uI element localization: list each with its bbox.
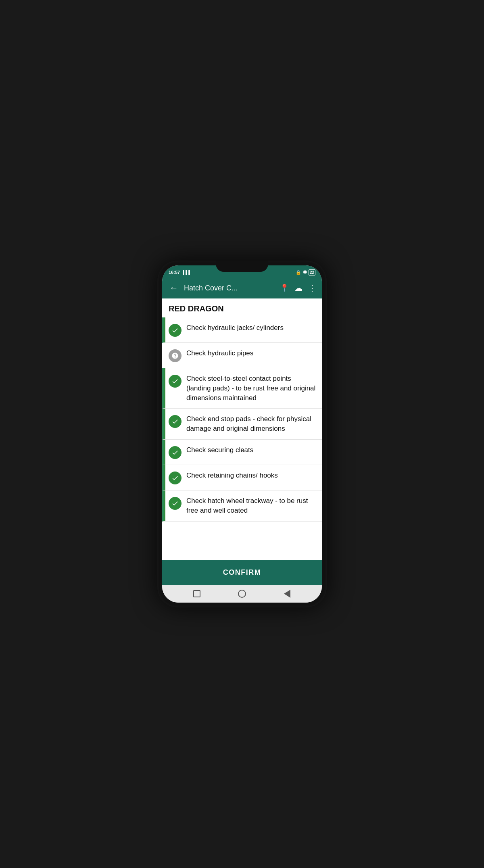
green-bar-7: [164, 490, 165, 521]
bottom-nav: [162, 585, 322, 603]
section-title: RED DRAGON: [162, 298, 322, 317]
more-options-icon[interactable]: ⋮: [308, 283, 316, 293]
battery-icon: 22: [309, 269, 315, 275]
green-bar-1: [164, 317, 165, 342]
checkmark-svg-5: [171, 449, 179, 456]
item-text-3: Check steel-to-steel contact points (lan…: [186, 374, 317, 403]
checkmark-svg-3: [171, 378, 179, 385]
header-title: Hatch Cover C...: [184, 284, 276, 292]
header-icons: 📍 ☁ ⋮: [280, 283, 316, 293]
cloud-icon[interactable]: ☁: [294, 283, 302, 293]
checklist-item-1[interactable]: Check hydraulic jacks/ cylinders: [162, 317, 322, 343]
checkmark-svg-7: [171, 500, 179, 507]
green-bar-5: [164, 440, 165, 465]
checklist-item-3[interactable]: Check steel-to-steel contact points (lan…: [162, 368, 322, 409]
triangle-icon: [284, 590, 290, 598]
item-text-5: Check securing cleats: [186, 445, 317, 455]
circle-icon: [238, 590, 246, 598]
lock-icon: 🔒: [296, 270, 301, 275]
checkmark-svg-1: [171, 327, 179, 334]
status-right: 🔒 ✱ 22: [296, 269, 315, 275]
question-svg-2: [171, 352, 179, 359]
check-icon-1: [169, 324, 182, 337]
check-icon-6: [169, 472, 182, 484]
time-display: 16:57: [169, 270, 180, 275]
checklist-item-6[interactable]: Check retaining chains/ hooks: [162, 465, 322, 490]
status-left: 16:57 ▌▌▌: [169, 270, 191, 275]
bluetooth-icon: ✱: [303, 269, 307, 275]
item-text-2: Check hydraulic pipes: [186, 348, 317, 358]
back-button[interactable]: ←: [168, 281, 180, 295]
item-text-6: Check retaining chains/ hooks: [186, 471, 317, 480]
green-bar-4: [164, 409, 165, 439]
checklist: Check hydraulic jacks/ cylinders Check h…: [162, 317, 322, 560]
checkmark-svg-4: [171, 418, 179, 425]
green-bar-6: [164, 465, 165, 490]
item-text-1: Check hydraulic jacks/ cylinders: [186, 323, 317, 333]
confirm-button[interactable]: CONFIRM: [162, 560, 322, 585]
square-icon: [193, 590, 200, 597]
signal-icon: ▌▌▌: [183, 270, 191, 275]
green-bar-3: [164, 368, 165, 408]
checklist-item-7[interactable]: Check hatch wheel trackway - to be rust …: [162, 490, 322, 522]
content-area: RED DRAGON Check hydraulic jacks/ cylind…: [162, 298, 322, 585]
nav-back-button[interactable]: [282, 588, 292, 599]
phone-screen: 16:57 ▌▌▌ 🔒 ✱ 22 ← Hatch Cover C... 📍 ☁ …: [162, 265, 322, 603]
check-icon-4: [169, 415, 182, 428]
app-header: ← Hatch Cover C... 📍 ☁ ⋮: [162, 278, 322, 298]
check-icon-2: [169, 349, 182, 362]
phone-frame: 16:57 ▌▌▌ 🔒 ✱ 22 ← Hatch Cover C... 📍 ☁ …: [157, 261, 327, 607]
checklist-item-5[interactable]: Check securing cleats: [162, 440, 322, 465]
checklist-item-4[interactable]: Check end stop pads - check for physical…: [162, 409, 322, 440]
check-icon-5: [169, 446, 182, 459]
checkmark-svg-6: [171, 474, 179, 482]
notch: [216, 261, 268, 272]
check-icon-3: [169, 375, 182, 388]
nav-home-button[interactable]: [237, 588, 247, 599]
check-icon-7: [169, 497, 182, 510]
item-text-4: Check end stop pads - check for physical…: [186, 414, 317, 434]
item-text-7: Check hatch wheel trackway - to be rust …: [186, 496, 317, 515]
pin-icon[interactable]: 📍: [280, 284, 289, 292]
nav-square-button[interactable]: [192, 588, 202, 599]
checklist-item-2[interactable]: Check hydraulic pipes: [162, 343, 322, 368]
